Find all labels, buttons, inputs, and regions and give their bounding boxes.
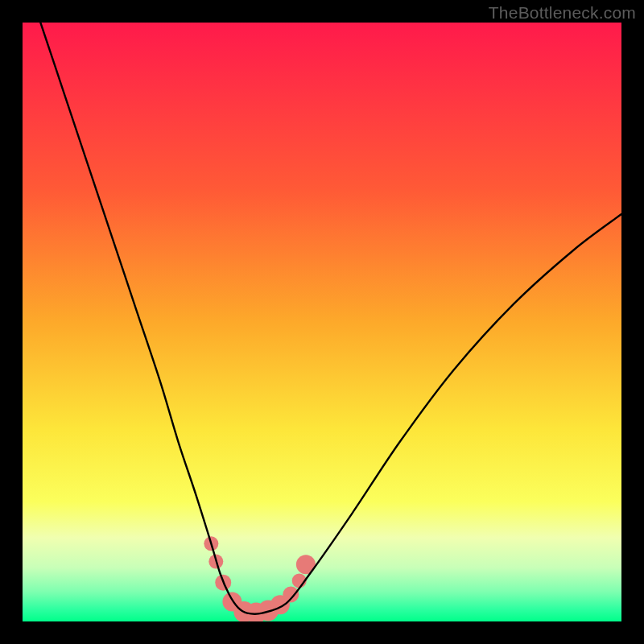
gradient-background <box>23 23 621 621</box>
chart-frame <box>23 23 621 621</box>
chart-svg <box>23 23 621 621</box>
watermark-text: TheBottleneck.com <box>489 3 636 23</box>
